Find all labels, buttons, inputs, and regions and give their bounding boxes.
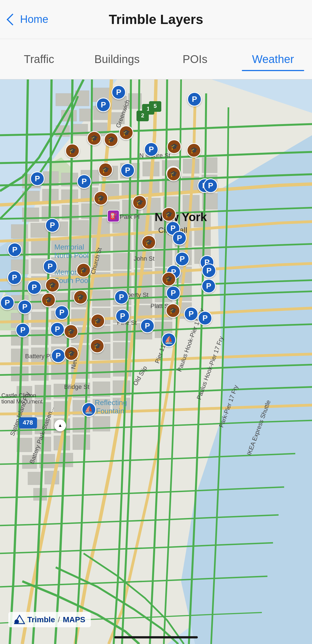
map-container[interactable]: Greenwich N Moore St Park Pl Church St J… [0, 79, 312, 644]
school-marker: 🎓 [64, 324, 78, 339]
school-marker: 🎓 [98, 163, 113, 177]
svg-rect-139 [73, 417, 90, 432]
parking-marker: P [203, 178, 218, 193]
school-marker: 🎓 [76, 263, 91, 277]
school-marker: 🎓 [132, 195, 147, 210]
svg-text:Bridge St: Bridge St [64, 383, 89, 390]
parking-marker: P [45, 218, 60, 233]
school-marker: 🎓 [162, 272, 176, 286]
parking-marker: P [187, 92, 202, 106]
school-marker: 🎓 [87, 131, 101, 146]
svg-rect-148 [28, 472, 42, 485]
parking-marker: P [18, 300, 32, 314]
svg-text:Reflecting: Reflecting [95, 398, 127, 407]
boat-marker: ⛵ [82, 402, 96, 417]
parking-marker: P [115, 309, 130, 323]
parking-marker: P [111, 85, 126, 100]
trimble-icon [14, 615, 25, 624]
school-marker: 🎓 [64, 346, 79, 361]
svg-text:2: 2 [141, 112, 144, 118]
svg-text:478: 478 [23, 419, 33, 426]
svg-rect-122 [92, 362, 110, 378]
tab-traffic[interactable]: Traffic [0, 47, 78, 71]
svg-text:South Pool: South Pool [54, 276, 90, 285]
logo-slash: / [58, 615, 60, 624]
school-marker: 🎓 [167, 139, 181, 154]
trimble-text: Trimble [27, 615, 55, 624]
school-marker: 🎓 [90, 339, 104, 353]
navigation-bar: Home Trimble Layers [0, 0, 312, 39]
school-marker: 🎓 [45, 278, 60, 292]
parking-marker: P [198, 311, 212, 325]
parking-marker: P [202, 263, 216, 278]
school-marker: 🎓 [41, 293, 56, 307]
svg-text:Fountain: Fountain [96, 407, 124, 415]
svg-rect-25 [183, 159, 199, 173]
trimble-logo: Trimble / MAPS [8, 612, 91, 627]
navigation-arrow: ▲ [54, 420, 66, 431]
svg-rect-9 [79, 109, 91, 121]
school-marker: 🎓 [104, 132, 118, 147]
parking-marker: P [96, 98, 111, 112]
home-indicator [114, 636, 198, 638]
school-marker: 🎓 [142, 235, 156, 250]
parking-marker: P [55, 305, 69, 320]
school-marker: 🎓 [73, 290, 88, 304]
parking-marker: P [27, 280, 42, 295]
parking-marker: P [201, 279, 216, 293]
parking-marker: P [30, 171, 45, 186]
school-marker: 🎓 [91, 314, 105, 328]
svg-rect-140 [93, 416, 110, 431]
svg-rect-50 [71, 220, 89, 236]
parking-marker: P [144, 142, 159, 157]
svg-rect-144 [73, 435, 90, 450]
parking-marker: P [166, 286, 181, 300]
gas-station-marker: ⛽ [107, 210, 120, 222]
maps-text: MAPS [63, 615, 85, 624]
parking-marker: P [7, 270, 22, 285]
page-title: Trimble Layers [109, 12, 203, 27]
parking-marker: P [172, 231, 187, 245]
parking-marker: P [184, 307, 198, 321]
tab-pois[interactable]: POIs [156, 47, 234, 71]
parking-marker: P [140, 319, 155, 333]
school-marker: 🎓 [166, 303, 180, 318]
svg-text:tional Monument: tional Monument [1, 398, 43, 405]
svg-text:Castle Clinton: Castle Clinton [1, 392, 36, 398]
school-marker: 🎓 [166, 167, 181, 181]
svg-rect-66 [194, 229, 211, 246]
svg-text:North Pool: North Pool [54, 251, 89, 260]
tab-weather[interactable]: Weather [234, 47, 312, 71]
school-marker: 🎓 [94, 191, 108, 205]
svg-text:Park Pl: Park Pl [120, 213, 140, 220]
parking-marker: P [0, 296, 14, 310]
parking-marker: P [8, 243, 22, 257]
svg-rect-90 [92, 290, 110, 306]
parking-marker: P [114, 290, 129, 304]
tab-buildings[interactable]: Buildings [78, 47, 156, 71]
parking-marker: P [175, 252, 189, 266]
parking-marker: P [120, 163, 135, 178]
school-marker: 🎓 [162, 207, 176, 222]
parking-marker: P [16, 323, 30, 337]
back-label: Home [20, 13, 48, 25]
parking-marker: P [50, 322, 65, 336]
school-marker: 🎓 [119, 125, 133, 140]
svg-text:5: 5 [153, 103, 157, 109]
parking-marker: P [77, 174, 91, 189]
back-button[interactable]: Home [8, 13, 48, 25]
back-chevron-icon [7, 13, 18, 25]
map-roads-svg: Greenwich N Moore St Park Pl Church St J… [0, 79, 312, 644]
school-marker: 🎓 [187, 143, 201, 158]
svg-text:Battery Pl: Battery Pl [25, 353, 52, 360]
svg-text:John St: John St [134, 255, 155, 262]
tabs-bar: Traffic Buildings POIs Weather [0, 39, 312, 79]
parking-marker: P [51, 348, 65, 363]
school-marker: 🎓 [65, 144, 80, 158]
svg-text:Memorial: Memorial [54, 243, 84, 251]
parking-marker: P [43, 259, 57, 274]
boat-marker: ⛵ [162, 333, 176, 347]
